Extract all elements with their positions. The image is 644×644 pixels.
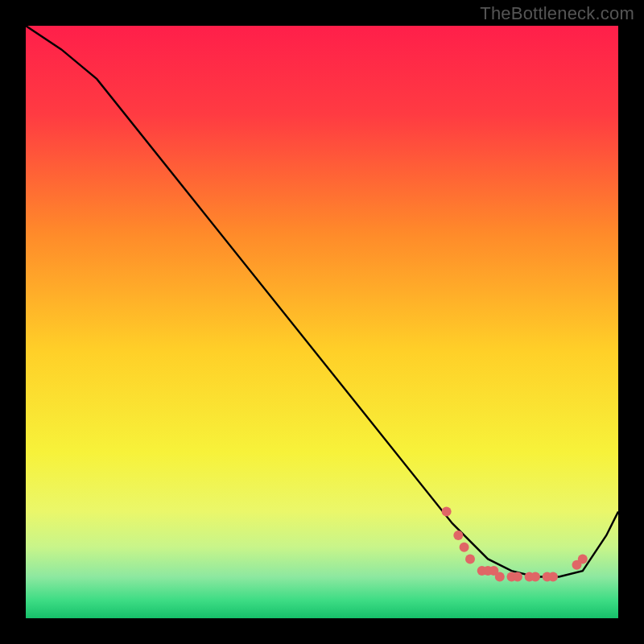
- marker-point: [465, 554, 475, 564]
- marker-point: [513, 572, 522, 582]
- marker-point: [530, 572, 540, 582]
- chart-svg: [26, 26, 618, 618]
- marker-point: [453, 530, 463, 540]
- marker-point: [548, 572, 558, 582]
- gradient-background: [26, 26, 618, 618]
- watermark-text: TheBottleneck.com: [480, 3, 634, 24]
- chart-frame: TheBottleneck.com: [0, 0, 644, 644]
- marker-point: [578, 554, 588, 564]
- marker-point: [495, 572, 505, 582]
- plot-area: [26, 26, 618, 618]
- marker-point: [442, 507, 452, 517]
- marker-point: [460, 543, 469, 552]
